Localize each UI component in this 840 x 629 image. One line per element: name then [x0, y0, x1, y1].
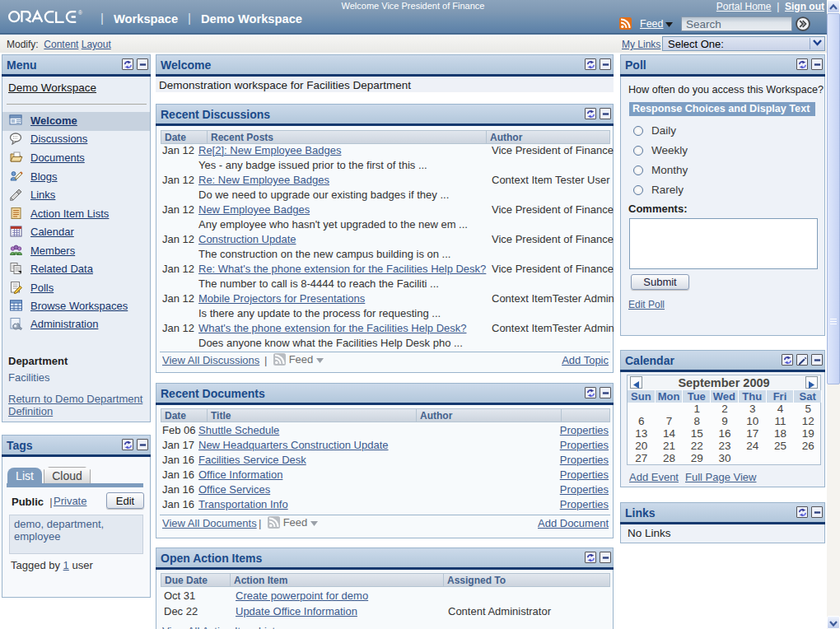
svg-text:|: | [188, 11, 191, 25]
svg-text:Demo Workspace: Demo Workspace [201, 12, 302, 26]
svg-text:®: ® [78, 10, 82, 16]
svg-text:Workspace: Workspace [114, 12, 178, 26]
svg-text:|: | [100, 11, 104, 25]
